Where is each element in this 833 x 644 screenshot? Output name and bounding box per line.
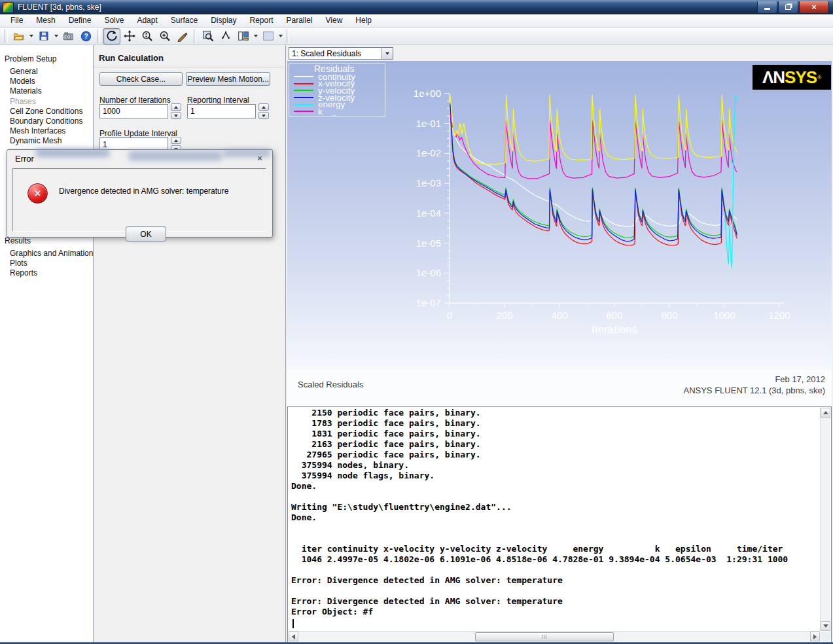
reporting-interval-input[interactable] xyxy=(187,104,256,118)
series-k xyxy=(450,113,737,179)
spin-up-button[interactable] xyxy=(258,103,269,111)
sidebar-item-general[interactable]: General xyxy=(10,67,93,77)
sidebar-item-boundary-conditions[interactable]: Boundary Conditions xyxy=(10,116,93,126)
legend-swatch xyxy=(294,111,313,112)
menu-solve[interactable]: Solve xyxy=(97,14,130,27)
legend-label: epsilon xyxy=(318,113,346,116)
sidebar-item-phases[interactable]: Phases xyxy=(10,97,93,107)
arrow-left-icon xyxy=(292,634,295,639)
window-controls: × xyxy=(756,1,829,14)
scroll-right-button[interactable] xyxy=(810,632,820,641)
zoom-in-out-icon[interactable] xyxy=(138,28,156,45)
zoom-to-area-icon[interactable] xyxy=(156,28,173,45)
legend-swatch xyxy=(294,76,313,77)
toolbar-grip xyxy=(5,29,8,43)
menu-adapt[interactable]: Adapt xyxy=(130,14,164,27)
sidebar-item-mesh-interfaces[interactable]: Mesh Interfaces xyxy=(10,126,93,136)
ansys-logo: ΛNSYS® xyxy=(753,65,831,90)
console-vertical-scrollbar[interactable] xyxy=(820,408,830,631)
menu-view[interactable]: View xyxy=(319,14,349,27)
help-icon[interactable]: ? xyxy=(77,28,95,45)
spin-up-button[interactable] xyxy=(171,103,181,111)
restore-icon xyxy=(785,5,791,10)
views-dropdown-button[interactable] xyxy=(252,29,259,44)
reporting-interval-label: Reporting Interval xyxy=(187,96,249,105)
lights-icon[interactable] xyxy=(217,28,234,45)
svg-text:1e-04: 1e-04 xyxy=(416,207,441,219)
logo-reg: ® xyxy=(817,75,821,80)
sidebar-item-dynamic-mesh[interactable]: Dynamic Mesh xyxy=(10,136,93,146)
menu-define[interactable]: Define xyxy=(62,14,98,27)
number-of-iterations-label: Number of Iterations xyxy=(99,96,171,105)
results-header[interactable]: Results xyxy=(5,236,93,245)
spin-down-button[interactable] xyxy=(258,112,269,119)
sidebar-item-plots[interactable]: Plots xyxy=(10,259,93,268)
save-dropdown-button[interactable] xyxy=(52,29,60,44)
fluent-app-icon xyxy=(3,2,14,13)
fit-to-window-icon[interactable] xyxy=(199,28,217,45)
chevron-down-icon xyxy=(54,35,58,37)
problem-setup-header[interactable]: Problem Setup xyxy=(5,54,93,63)
reporting-spinner xyxy=(258,103,269,119)
arrow-up-icon xyxy=(823,411,828,414)
spin-up-button[interactable] xyxy=(171,137,181,144)
save-icon[interactable] xyxy=(35,28,52,45)
legend-swatch xyxy=(294,104,313,105)
open-icon[interactable] xyxy=(10,28,27,45)
menu-file[interactable]: File xyxy=(4,14,29,27)
chevron-down-icon xyxy=(254,35,258,37)
scroll-up-button[interactable] xyxy=(821,408,830,418)
graphics-window-selector[interactable]: 1: Scaled Residuals xyxy=(289,47,393,60)
error-icon: × xyxy=(27,183,48,204)
sidebar-item-models[interactable]: Models xyxy=(10,77,93,86)
minimize-button[interactable] xyxy=(757,1,777,14)
menu-parallel[interactable]: Parallel xyxy=(280,14,319,27)
scene-dropdown-button[interactable] xyxy=(277,29,284,44)
ok-button[interactable]: OK xyxy=(126,226,166,241)
menu-help[interactable]: Help xyxy=(349,14,378,27)
snapshot-icon[interactable] xyxy=(60,28,77,45)
menu-display[interactable]: Display xyxy=(204,14,243,27)
spin-down-button[interactable] xyxy=(171,112,181,119)
horizontal-scroll-thumb[interactable] xyxy=(475,632,614,641)
results-items: Graphics and AnimationsPlotsReports xyxy=(0,249,93,279)
sidebar-item-cell-zone-conditions[interactable]: Cell Zone Conditions xyxy=(10,107,93,116)
toolbar-separator xyxy=(287,29,289,43)
restore-button[interactable] xyxy=(778,1,798,14)
check-case-button[interactable]: Check Case... xyxy=(99,72,183,86)
selector-dropdown-button[interactable] xyxy=(381,48,393,59)
console-horizontal-scrollbar[interactable] xyxy=(289,631,820,641)
dialog-title: Error xyxy=(15,154,34,164)
close-button[interactable]: × xyxy=(799,1,829,14)
pan-icon[interactable] xyxy=(120,28,138,45)
scroll-down-button[interactable] xyxy=(821,621,830,631)
svg-text:?: ? xyxy=(84,32,88,40)
svg-text:1e-06: 1e-06 xyxy=(416,267,441,278)
profile-update-interval-label: Profile Update Interval xyxy=(99,129,177,138)
scene-icon[interactable] xyxy=(259,28,277,45)
arrow-up-icon xyxy=(174,139,178,142)
chart-legend: Residuals continuityx-velocityy-velocity… xyxy=(289,63,385,116)
menu-mesh[interactable]: Mesh xyxy=(29,14,62,27)
scroll-left-button[interactable] xyxy=(289,632,298,641)
preview-mesh-motion-button[interactable]: Preview Mesh Motion... xyxy=(186,72,270,86)
views-icon[interactable] xyxy=(234,28,252,45)
selector-value: 1: Scaled Residuals xyxy=(289,49,381,58)
menu-report[interactable]: Report xyxy=(243,14,279,27)
toolbar-separator xyxy=(97,29,100,43)
arrow-down-icon xyxy=(174,115,178,117)
number-of-iterations-input[interactable] xyxy=(99,104,168,118)
open-dropdown-button[interactable] xyxy=(27,29,35,44)
menu-surface[interactable]: Surface xyxy=(164,14,204,27)
rotate-view-icon[interactable] xyxy=(103,28,120,45)
menu-bar: FileMeshDefineSolveAdaptSurfaceDisplayRe… xyxy=(0,14,833,27)
probe-icon[interactable] xyxy=(173,28,191,45)
thumb-grip-icon xyxy=(542,635,547,639)
sidebar-item-reports[interactable]: Reports xyxy=(10,268,93,278)
sidebar-item-graphics-and-animations[interactable]: Graphics and Animations xyxy=(10,249,93,259)
svg-text:200: 200 xyxy=(496,310,512,321)
arrow-down-icon xyxy=(823,624,828,628)
svg-text:1e-01: 1e-01 xyxy=(416,118,441,129)
svg-text:400: 400 xyxy=(551,310,567,321)
sidebar-item-materials[interactable]: Materials xyxy=(10,86,93,96)
